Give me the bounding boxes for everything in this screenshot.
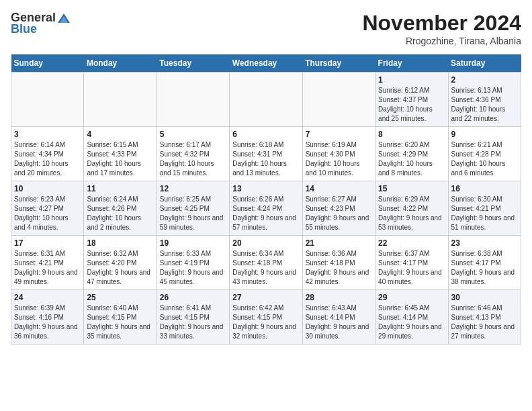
day-number: 23 [451,238,518,248]
calendar-cell: 25Sunrise: 6:40 AM Sunset: 4:15 PM Dayli… [84,290,157,345]
day-info: Sunrise: 6:12 AM Sunset: 4:37 PM Dayligh… [378,86,445,124]
calendar-cell: 26Sunrise: 6:41 AM Sunset: 4:15 PM Dayli… [157,290,229,345]
calendar-cell: 30Sunrise: 6:46 AM Sunset: 4:13 PM Dayli… [448,290,521,345]
weekday-header-friday: Friday [375,54,448,73]
calendar-cell [84,73,157,127]
day-number: 21 [306,238,372,248]
day-info: Sunrise: 6:15 AM Sunset: 4:33 PM Dayligh… [87,140,153,178]
calendar-cell: 2Sunrise: 6:13 AM Sunset: 4:36 PM Daylig… [448,73,521,127]
title-section: November 2024 Rrogozhine, Tirana, Albani… [362,11,521,46]
logo: General Blue [11,11,71,36]
day-number: 13 [232,184,299,193]
day-number: 20 [232,238,299,248]
day-number: 11 [87,184,153,193]
day-number: 28 [306,293,372,302]
calendar-week-2: 3Sunrise: 6:14 AM Sunset: 4:34 PM Daylig… [11,127,521,181]
month-title: November 2024 [362,11,521,36]
day-number: 15 [378,184,445,193]
calendar-week-3: 10Sunrise: 6:23 AM Sunset: 4:27 PM Dayli… [11,181,521,236]
logo-blue: Blue [11,22,37,36]
day-info: Sunrise: 6:13 AM Sunset: 4:36 PM Dayligh… [451,86,518,124]
calendar-cell: 12Sunrise: 6:25 AM Sunset: 4:25 PM Dayli… [157,181,229,236]
calendar-cell [302,73,375,127]
calendar-cell: 5Sunrise: 6:17 AM Sunset: 4:32 PM Daylig… [157,127,229,181]
day-info: Sunrise: 6:23 AM Sunset: 4:27 PM Dayligh… [14,195,81,232]
day-info: Sunrise: 6:46 AM Sunset: 4:13 PM Dayligh… [451,304,518,341]
calendar-cell: 15Sunrise: 6:29 AM Sunset: 4:22 PM Dayli… [375,181,448,236]
day-info: Sunrise: 6:19 AM Sunset: 4:30 PM Dayligh… [306,140,372,178]
day-info: Sunrise: 6:29 AM Sunset: 4:22 PM Dayligh… [378,195,445,232]
calendar-header-row: SundayMondayTuesdayWednesdayThursdayFrid… [11,54,521,73]
day-info: Sunrise: 6:40 AM Sunset: 4:15 PM Dayligh… [87,304,153,341]
calendar-week-1: 1Sunrise: 6:12 AM Sunset: 4:37 PM Daylig… [11,73,521,127]
calendar-cell [230,73,302,127]
calendar-cell [11,73,84,127]
calendar-cell: 6Sunrise: 6:18 AM Sunset: 4:31 PM Daylig… [230,127,302,181]
day-info: Sunrise: 6:25 AM Sunset: 4:25 PM Dayligh… [160,195,226,232]
day-info: Sunrise: 6:31 AM Sunset: 4:21 PM Dayligh… [14,249,81,287]
day-number: 1 [378,75,445,85]
day-info: Sunrise: 6:18 AM Sunset: 4:31 PM Dayligh… [232,140,299,178]
day-info: Sunrise: 6:17 AM Sunset: 4:32 PM Dayligh… [160,140,226,178]
calendar-cell: 27Sunrise: 6:42 AM Sunset: 4:15 PM Dayli… [230,290,302,345]
day-number: 16 [451,184,518,193]
calendar-cell: 1Sunrise: 6:12 AM Sunset: 4:37 PM Daylig… [375,73,448,127]
calendar-cell: 11Sunrise: 6:24 AM Sunset: 4:26 PM Dayli… [84,181,157,236]
day-info: Sunrise: 6:37 AM Sunset: 4:17 PM Dayligh… [378,249,445,287]
day-info: Sunrise: 6:33 AM Sunset: 4:19 PM Dayligh… [160,249,226,287]
day-info: Sunrise: 6:32 AM Sunset: 4:20 PM Dayligh… [87,249,153,287]
calendar-cell: 7Sunrise: 6:19 AM Sunset: 4:30 PM Daylig… [302,127,375,181]
calendar-cell: 13Sunrise: 6:26 AM Sunset: 4:24 PM Dayli… [230,181,302,236]
calendar-cell: 22Sunrise: 6:37 AM Sunset: 4:17 PM Dayli… [375,236,448,290]
day-number: 10 [14,184,81,193]
day-info: Sunrise: 6:45 AM Sunset: 4:14 PM Dayligh… [378,304,445,341]
calendar-table: SundayMondayTuesdayWednesdayThursdayFrid… [11,54,521,345]
weekday-header-saturday: Saturday [448,54,521,73]
calendar-cell: 18Sunrise: 6:32 AM Sunset: 4:20 PM Dayli… [84,236,157,290]
calendar-cell: 21Sunrise: 6:36 AM Sunset: 4:18 PM Dayli… [302,236,375,290]
logo-icon [58,13,70,23]
calendar-cell: 28Sunrise: 6:43 AM Sunset: 4:14 PM Dayli… [302,290,375,345]
calendar-cell: 17Sunrise: 6:31 AM Sunset: 4:21 PM Dayli… [11,236,84,290]
calendar-week-5: 24Sunrise: 6:39 AM Sunset: 4:16 PM Dayli… [11,290,521,345]
calendar-cell: 8Sunrise: 6:20 AM Sunset: 4:29 PM Daylig… [375,127,448,181]
weekday-header-wednesday: Wednesday [230,54,302,73]
day-number: 27 [232,293,299,302]
day-number: 8 [378,130,445,139]
day-info: Sunrise: 6:38 AM Sunset: 4:17 PM Dayligh… [451,249,518,287]
day-number: 14 [306,184,372,193]
day-info: Sunrise: 6:27 AM Sunset: 4:23 PM Dayligh… [306,195,372,232]
day-info: Sunrise: 6:21 AM Sunset: 4:28 PM Dayligh… [451,140,518,178]
weekday-header-thursday: Thursday [302,54,375,73]
day-number: 17 [14,238,81,248]
calendar-cell: 23Sunrise: 6:38 AM Sunset: 4:17 PM Dayli… [448,236,521,290]
day-info: Sunrise: 6:34 AM Sunset: 4:18 PM Dayligh… [232,249,299,287]
calendar-cell: 10Sunrise: 6:23 AM Sunset: 4:27 PM Dayli… [11,181,84,236]
location-subtitle: Rrogozhine, Tirana, Albania [362,36,521,46]
calendar-cell: 14Sunrise: 6:27 AM Sunset: 4:23 PM Dayli… [302,181,375,236]
weekday-header-sunday: Sunday [11,54,84,73]
calendar-cell: 9Sunrise: 6:21 AM Sunset: 4:28 PM Daylig… [448,127,521,181]
day-number: 3 [14,130,81,139]
page-header: General Blue November 2024 Rrogozhine, T… [11,11,521,46]
weekday-header-tuesday: Tuesday [157,54,229,73]
calendar-cell [157,73,229,127]
day-info: Sunrise: 6:43 AM Sunset: 4:14 PM Dayligh… [306,304,372,341]
day-number: 18 [87,238,153,248]
day-number: 25 [87,293,153,302]
day-info: Sunrise: 6:14 AM Sunset: 4:34 PM Dayligh… [14,140,81,178]
day-number: 19 [160,238,226,248]
day-number: 2 [451,75,518,85]
day-number: 24 [14,293,81,302]
day-number: 9 [451,130,518,139]
day-number: 12 [160,184,226,193]
day-number: 4 [87,130,153,139]
day-number: 7 [306,130,372,139]
day-number: 6 [232,130,299,139]
day-info: Sunrise: 6:36 AM Sunset: 4:18 PM Dayligh… [306,249,372,287]
day-info: Sunrise: 6:20 AM Sunset: 4:29 PM Dayligh… [378,140,445,178]
day-info: Sunrise: 6:41 AM Sunset: 4:15 PM Dayligh… [160,304,226,341]
calendar-cell: 4Sunrise: 6:15 AM Sunset: 4:33 PM Daylig… [84,127,157,181]
day-info: Sunrise: 6:24 AM Sunset: 4:26 PM Dayligh… [87,195,153,232]
calendar-cell: 19Sunrise: 6:33 AM Sunset: 4:19 PM Dayli… [157,236,229,290]
